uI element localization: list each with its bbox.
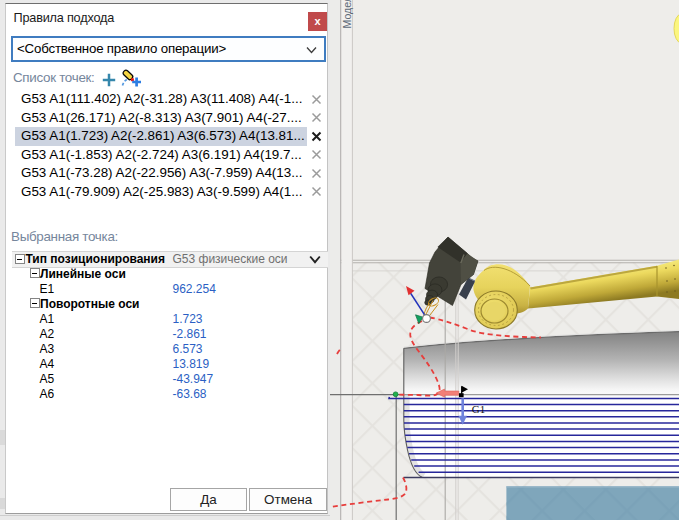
svg-text:Модель: Модель [341,0,353,29]
svg-text:G1: G1 [472,403,485,415]
